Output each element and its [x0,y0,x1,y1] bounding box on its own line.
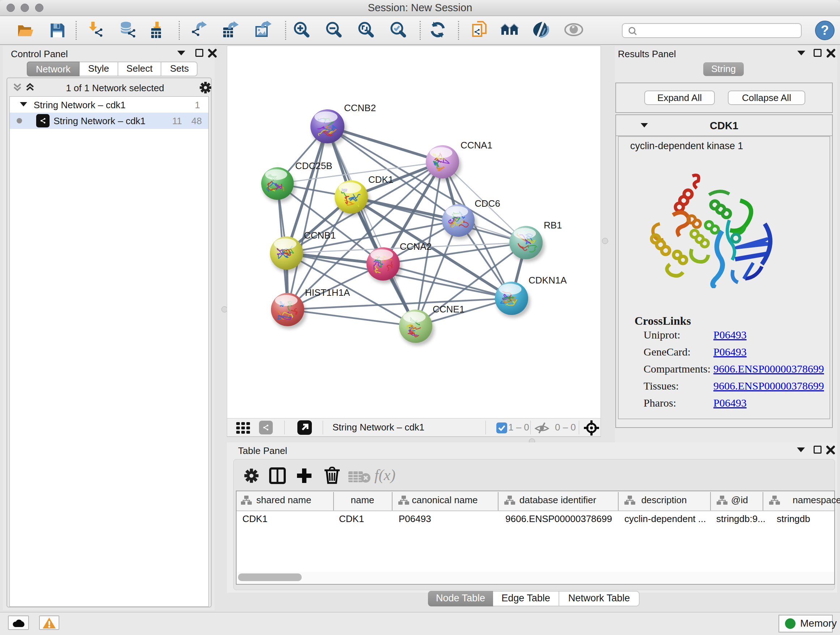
svg-text:CCNA1: CCNA1 [461,140,493,150]
svg-text:RB1: RB1 [544,220,562,231]
svg-text:CCNB1: CCNB1 [304,230,336,241]
svg-text:HIST1H1A: HIST1H1A [305,287,350,298]
svg-text:CCNE1: CCNE1 [433,304,464,315]
svg-text:CDKN1A: CDKN1A [529,275,567,286]
svg-text:CDK1: CDK1 [368,174,393,185]
svg-text:CCNA2: CCNA2 [400,241,431,252]
svg-text:CCNB2: CCNB2 [344,103,376,113]
svg-text:?: ? [821,23,829,38]
svg-text:CDC25B: CDC25B [295,160,332,171]
svg-text:CDC6: CDC6 [475,198,500,209]
